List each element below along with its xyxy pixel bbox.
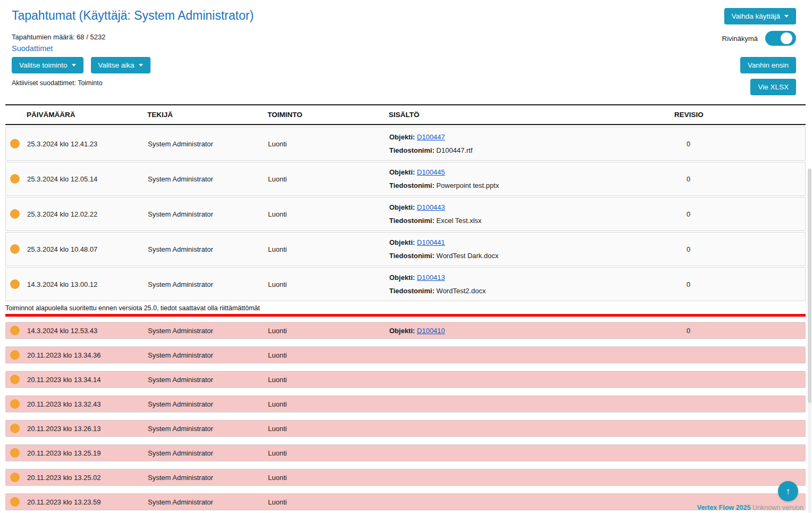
event-status-icon [10,375,20,384]
oldest-first-button[interactable]: Vanhin ensin [740,57,796,73]
filename-value: Excel Test.xlsx [437,217,482,225]
scrollbar-thumb[interactable] [808,169,811,403]
date-cell: 20.11.2023 klo 13.23.59 [27,497,148,507]
filename-value: Powerpoint test.pptx [437,181,499,189]
event-status-icon [10,279,20,289]
filename-label: Tiedostonimi: [389,217,434,225]
object-link[interactable]: D100413 [417,274,445,282]
row-icon-cell [6,278,27,290]
scroll-to-top-button[interactable]: ↑ [778,481,798,501]
content-cell: Objekti: D100447 Tiedostonimi: D100447.r… [389,132,675,155]
author-cell: System Administrator [148,473,268,483]
date-cell: 25.3.2024 klo 10.48.07 [27,244,148,254]
revision-cell: 0 [675,244,805,254]
column-header-action: TOIMINTO [267,110,389,120]
export-xlsx-button[interactable]: Vie XLSX [750,79,796,95]
object-link[interactable]: D100445 [417,168,445,176]
row-view-toggle[interactable] [765,31,796,46]
action-cell: Luonti [268,139,389,149]
action-cell: Luonti [268,244,389,254]
author-cell: System Administrator [148,375,268,385]
column-header-date: PÄIVÄMÄÄRÄ [27,110,147,120]
row-icon-cell [6,208,27,220]
revision-cell: 0 [675,174,805,184]
table-row: 20.11.2023 klo 13.32.43 System Administr… [5,395,806,412]
page-title: Tapahtumat (Käyttäjä: System Administrat… [12,9,254,23]
author-cell: System Administrator [148,139,268,149]
event-count-label: Tapahtumien määrä: 68 / 5232 [12,33,105,41]
revision-cell: 0 [675,326,805,336]
arrow-up-icon: ↑ [786,486,791,497]
author-cell: System Administrator [148,424,268,434]
date-cell: 20.11.2023 klo 13.26.13 [27,424,148,434]
legacy-warning-text: Toiminnot alapuolella suoritettu ennen v… [5,304,806,312]
oldest-first-label: Vanhin ensin [748,61,789,69]
event-rows-current: 25.3.2024 klo 12.41.23 System Administra… [5,127,806,301]
revision-cell [675,476,805,478]
object-label: Objekti: [389,133,415,141]
content-cell: Objekti: D100410 [389,326,675,336]
object-link[interactable]: D100447 [417,133,445,141]
change-user-button[interactable]: Vaihda käyttäjä [724,8,796,24]
event-status-icon [10,209,20,219]
filters-link[interactable]: Suodattimet [12,44,53,53]
file-line: Tiedostonimi: WordTest Dark.docx [389,252,672,260]
action-cell: Luonti [268,350,389,360]
object-link[interactable]: D100443 [417,203,445,211]
page-header: Tapahtumat (Käyttäjä: System Administrat… [0,0,812,104]
event-status-icon [10,473,20,482]
object-label: Objekti: [389,327,415,335]
revision-cell: 0 [675,209,805,219]
version-text: Unknown version [752,504,803,511]
row-icon-cell [6,374,27,385]
select-action-button[interactable]: Valitse toiminto [12,57,83,73]
table-row: 20.11.2023 klo 13.26.13 System Administr… [5,420,806,437]
row-icon-cell [6,173,27,185]
column-header-icon [5,110,27,120]
object-line: Objekti: D100445 [389,168,672,176]
action-cell: Luonti [268,473,389,483]
object-label: Objekti: [389,238,415,246]
table-row: 14.3.2024 klo 13.00.12 System Administra… [5,267,806,301]
action-cell: Luonti [268,448,389,458]
select-time-button[interactable]: Valitse aika [91,57,150,73]
date-cell: 14.3.2024 klo 12.53.43 [27,326,148,336]
content-cell [389,476,675,478]
revision-cell [675,452,805,454]
filename-label: Tiedostonimi: [389,181,434,189]
scrollbar[interactable] [808,169,811,513]
author-cell: System Administrator [148,448,268,458]
action-cell: Luonti [268,399,389,409]
row-icon-cell [6,496,27,508]
file-line: Tiedostonimi: Powerpoint test.pptx [389,181,672,189]
file-line: Tiedostonimi: WordTest2.docx [389,287,672,295]
row-icon-cell [6,447,27,459]
caret-down-icon [72,64,76,67]
object-line: Objekti: D100443 [389,203,672,211]
event-status-icon [10,174,20,184]
filename-value: D100447.rtf [437,146,473,154]
object-link[interactable]: D100410 [417,327,445,335]
object-label: Objekti: [389,274,415,282]
event-status-icon [10,497,20,507]
revision-cell: 0 [675,279,805,289]
date-cell: 25.3.2024 klo 12.02.22 [27,209,148,219]
author-cell: System Administrator [148,326,268,336]
filename-label: Tiedostonimi: [389,287,434,295]
row-view-control: Rivinäkymä [722,31,796,46]
column-header-author: TEKIJÄ [147,110,267,120]
event-status-icon [10,326,20,335]
event-status-icon [10,350,20,360]
author-cell: System Administrator [148,244,268,254]
table-row: 25.3.2024 klo 12.41.23 System Administra… [5,127,806,161]
table-row: 25.3.2024 klo 12.02.22 System Administra… [5,197,806,231]
author-cell: System Administrator [148,497,268,507]
author-cell: System Administrator [148,350,268,360]
object-link[interactable]: D100441 [417,238,445,246]
table-row: 20.11.2023 klo 13.23.59 System Administr… [5,493,806,510]
file-line: Tiedostonimi: Excel Test.xlsx [389,217,672,225]
table-row: 14.3.2024 klo 12.53.43 System Administra… [5,322,806,339]
table-row: 25.3.2024 klo 12.05.14 System Administra… [5,162,806,196]
object-line: Objekti: D100441 [389,238,672,246]
table-row: 20.11.2023 klo 13.25.19 System Administr… [5,444,806,461]
